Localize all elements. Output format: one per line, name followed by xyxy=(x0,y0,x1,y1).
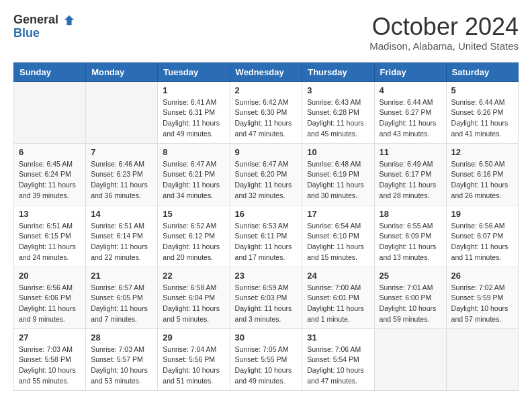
daylight-text: Daylight: 11 hours and 39 minutes. xyxy=(19,180,81,201)
table-row: 16Sunrise: 6:53 AMSunset: 6:11 PMDayligh… xyxy=(230,205,302,267)
table-row: 17Sunrise: 6:54 AMSunset: 6:10 PMDayligh… xyxy=(302,205,374,267)
day-info: Sunrise: 6:48 AMSunset: 6:19 PMDaylight:… xyxy=(307,159,369,201)
day-number: 28 xyxy=(91,332,152,342)
day-info: Sunrise: 7:03 AMSunset: 5:57 PMDaylight:… xyxy=(91,345,152,387)
sunset-text: Sunset: 5:59 PM xyxy=(451,293,513,304)
day-number: 13 xyxy=(19,209,81,219)
sunrise-text: Sunrise: 7:04 AM xyxy=(163,345,224,355)
day-info: Sunrise: 6:49 AMSunset: 6:17 PMDaylight:… xyxy=(380,159,441,201)
sunset-text: Sunset: 5:58 PM xyxy=(19,355,81,365)
sunset-text: Sunset: 6:30 PM xyxy=(235,107,298,118)
table-row xyxy=(14,81,86,143)
calendar-week-row: 6Sunrise: 6:45 AMSunset: 6:24 PMDaylight… xyxy=(14,143,519,205)
day-number: 7 xyxy=(91,147,152,157)
day-info: Sunrise: 6:51 AMSunset: 6:15 PMDaylight:… xyxy=(19,221,81,263)
sunset-text: Sunset: 6:27 PM xyxy=(380,107,441,118)
day-info: Sunrise: 6:42 AMSunset: 6:30 PMDaylight:… xyxy=(235,97,298,140)
daylight-text: Daylight: 11 hours and 11 minutes. xyxy=(451,242,513,263)
header-friday: Friday xyxy=(374,62,446,81)
subtitle: Madison, Alabama, United States xyxy=(369,40,519,52)
header-wednesday: Wednesday xyxy=(230,62,302,81)
table-row: 1Sunrise: 6:41 AMSunset: 6:31 PMDaylight… xyxy=(158,81,230,143)
table-row: 19Sunrise: 6:56 AMSunset: 6:07 PMDayligh… xyxy=(446,205,518,267)
sunset-text: Sunset: 5:56 PM xyxy=(163,355,224,365)
sunrise-text: Sunrise: 7:05 AM xyxy=(235,345,298,355)
sunrise-text: Sunrise: 6:56 AM xyxy=(19,283,81,293)
header-tuesday: Tuesday xyxy=(158,62,230,81)
daylight-text: Daylight: 11 hours and 5 minutes. xyxy=(163,304,224,325)
table-row: 3Sunrise: 6:43 AMSunset: 6:28 PMDaylight… xyxy=(302,81,374,143)
sunset-text: Sunset: 6:05 PM xyxy=(91,293,152,304)
day-number: 17 xyxy=(307,209,369,219)
day-info: Sunrise: 6:51 AMSunset: 6:14 PMDaylight:… xyxy=(91,221,152,263)
logo: General Blue xyxy=(13,13,75,40)
page-title: October 2024 xyxy=(369,13,519,40)
daylight-text: Daylight: 11 hours and 13 minutes. xyxy=(380,242,441,263)
sunrise-text: Sunrise: 7:06 AM xyxy=(307,345,369,355)
daylight-text: Daylight: 10 hours and 53 minutes. xyxy=(91,365,152,387)
sunset-text: Sunset: 6:28 PM xyxy=(307,107,369,118)
table-row: 13Sunrise: 6:51 AMSunset: 6:15 PMDayligh… xyxy=(14,205,86,267)
daylight-text: Daylight: 11 hours and 32 minutes. xyxy=(235,180,298,201)
day-info: Sunrise: 6:47 AMSunset: 6:20 PMDaylight:… xyxy=(235,159,298,201)
table-row: 20Sunrise: 6:56 AMSunset: 6:06 PMDayligh… xyxy=(14,267,86,328)
table-row: 29Sunrise: 7:04 AMSunset: 5:56 PMDayligh… xyxy=(158,328,230,390)
sunrise-text: Sunrise: 6:47 AM xyxy=(163,159,224,170)
day-number: 16 xyxy=(235,209,298,219)
table-row: 24Sunrise: 7:00 AMSunset: 6:01 PMDayligh… xyxy=(302,267,374,328)
day-info: Sunrise: 7:00 AMSunset: 6:01 PMDaylight:… xyxy=(307,283,369,325)
sunrise-text: Sunrise: 6:45 AM xyxy=(19,159,81,170)
sunrise-text: Sunrise: 6:56 AM xyxy=(451,221,513,232)
day-number: 24 xyxy=(307,271,369,281)
day-number: 11 xyxy=(380,147,441,157)
sunset-text: Sunset: 6:26 PM xyxy=(451,107,513,118)
daylight-text: Daylight: 11 hours and 9 minutes. xyxy=(19,304,81,325)
day-number: 15 xyxy=(163,209,224,219)
day-number: 14 xyxy=(91,209,152,219)
sunrise-text: Sunrise: 6:49 AM xyxy=(380,159,441,170)
sunset-text: Sunset: 6:23 PM xyxy=(91,169,152,180)
table-row: 26Sunrise: 7:02 AMSunset: 5:59 PMDayligh… xyxy=(446,267,518,328)
sunrise-text: Sunrise: 6:44 AM xyxy=(380,97,441,108)
table-row: 5Sunrise: 6:44 AMSunset: 6:26 PMDaylight… xyxy=(446,81,518,143)
daylight-text: Daylight: 11 hours and 34 minutes. xyxy=(163,180,224,201)
sunset-text: Sunset: 5:54 PM xyxy=(307,355,369,365)
sunset-text: Sunset: 6:15 PM xyxy=(19,231,81,242)
sunrise-text: Sunrise: 6:41 AM xyxy=(163,97,224,108)
sunrise-text: Sunrise: 7:03 AM xyxy=(91,345,152,355)
sunset-text: Sunset: 6:17 PM xyxy=(380,169,441,180)
daylight-text: Daylight: 11 hours and 45 minutes. xyxy=(307,118,369,140)
daylight-text: Daylight: 10 hours and 55 minutes. xyxy=(19,365,81,387)
calendar-week-row: 1Sunrise: 6:41 AMSunset: 6:31 PMDaylight… xyxy=(14,81,519,143)
table-row xyxy=(446,328,518,390)
sunrise-text: Sunrise: 7:00 AM xyxy=(307,283,369,293)
sunrise-text: Sunrise: 7:03 AM xyxy=(19,345,81,355)
day-number: 5 xyxy=(451,85,513,95)
sunrise-text: Sunrise: 7:02 AM xyxy=(451,283,513,293)
day-info: Sunrise: 6:59 AMSunset: 6:03 PMDaylight:… xyxy=(235,283,298,325)
day-info: Sunrise: 7:02 AMSunset: 5:59 PMDaylight:… xyxy=(451,283,513,325)
calendar-header-row: Sunday Monday Tuesday Wednesday Thursday… xyxy=(14,62,519,81)
daylight-text: Daylight: 11 hours and 30 minutes. xyxy=(307,180,369,201)
day-number: 23 xyxy=(235,271,298,281)
day-number: 12 xyxy=(451,147,513,157)
daylight-text: Daylight: 11 hours and 47 minutes. xyxy=(235,118,298,140)
daylight-text: Daylight: 11 hours and 24 minutes. xyxy=(19,242,81,263)
daylight-text: Daylight: 11 hours and 1 minute. xyxy=(307,304,369,325)
table-row: 22Sunrise: 6:58 AMSunset: 6:04 PMDayligh… xyxy=(158,267,230,328)
daylight-text: Daylight: 10 hours and 59 minutes. xyxy=(380,304,441,325)
table-row: 27Sunrise: 7:03 AMSunset: 5:58 PMDayligh… xyxy=(14,328,86,390)
sunset-text: Sunset: 6:04 PM xyxy=(163,293,224,304)
table-row: 9Sunrise: 6:47 AMSunset: 6:20 PMDaylight… xyxy=(230,143,302,205)
table-row: 30Sunrise: 7:05 AMSunset: 5:55 PMDayligh… xyxy=(230,328,302,390)
day-number: 29 xyxy=(163,332,224,342)
table-row: 15Sunrise: 6:52 AMSunset: 6:12 PMDayligh… xyxy=(158,205,230,267)
sunset-text: Sunset: 6:14 PM xyxy=(91,231,152,242)
daylight-text: Daylight: 11 hours and 20 minutes. xyxy=(163,242,224,263)
daylight-text: Daylight: 11 hours and 49 minutes. xyxy=(163,118,224,140)
table-row: 14Sunrise: 6:51 AMSunset: 6:14 PMDayligh… xyxy=(86,205,158,267)
day-number: 30 xyxy=(235,332,298,342)
logo-general-text: General xyxy=(13,13,75,27)
daylight-text: Daylight: 11 hours and 28 minutes. xyxy=(380,180,441,201)
sunset-text: Sunset: 6:01 PM xyxy=(307,293,369,304)
